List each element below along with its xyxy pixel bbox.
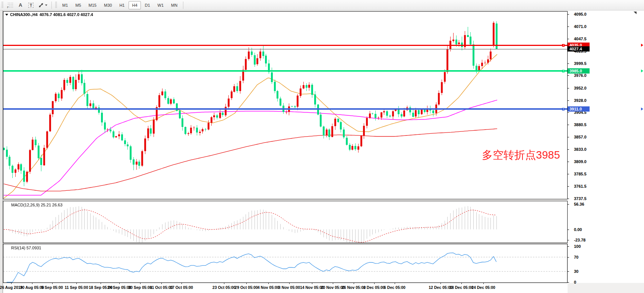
price-tick-label: 4095.0 xyxy=(574,12,587,16)
price-tick xyxy=(568,88,569,88)
price-tick xyxy=(568,27,569,27)
date-tick xyxy=(119,283,120,284)
price-tick-label: 4047.5 xyxy=(574,37,587,41)
price-tick xyxy=(568,14,569,15)
date-label: 17 Oct 05:00 xyxy=(170,285,193,290)
price-tick-label: 3785.5 xyxy=(574,172,587,176)
timeframe-button-h4[interactable]: H4 xyxy=(129,1,141,9)
cursor-tool-icon[interactable] xyxy=(37,1,49,10)
price-tick xyxy=(568,39,569,39)
price-tick xyxy=(568,174,569,174)
rsi-panel[interactable] xyxy=(3,244,568,283)
price-tick xyxy=(568,137,569,137)
date-tick xyxy=(52,283,53,284)
date-tick xyxy=(101,283,101,284)
date-axis[interactable]: 26 Aug 201930 Aug 05:005 Sep 05:0011 Sep… xyxy=(3,283,568,293)
svg-text:F: F xyxy=(7,6,9,8)
price-tick-label: 3737.5 xyxy=(574,196,587,201)
label-tool-icon[interactable]: A xyxy=(16,1,25,10)
macd-tick-label: -23.78 xyxy=(574,238,585,242)
date-tick xyxy=(441,283,441,284)
timeframe-button-m5[interactable]: M5 xyxy=(72,1,84,9)
price-tick xyxy=(568,112,569,113)
chart-shift-marker-icon[interactable] xyxy=(634,12,637,14)
price-tick xyxy=(568,186,569,187)
date-tick xyxy=(224,283,224,284)
level-edge-arrow-icon xyxy=(641,44,643,47)
rsi-label: RSI(14) 57.0931 xyxy=(11,246,41,250)
date-tick xyxy=(395,283,395,284)
price-tick-label: 3976.0 xyxy=(574,73,587,78)
date-tick xyxy=(140,283,141,284)
price-tick-label: 3833.0 xyxy=(574,147,587,152)
date-label: 12 Dec 05:00 xyxy=(429,285,452,290)
grid-f-tool-icon[interactable]: F xyxy=(5,1,15,10)
price-chart-panel[interactable] xyxy=(3,11,568,199)
rsi-tick xyxy=(568,282,569,283)
toolbar-grip[interactable] xyxy=(1,2,3,9)
price-tick xyxy=(568,162,569,162)
symbol-name: CHINA300-,H4 xyxy=(10,12,38,17)
macd-signal-value: 26.63 xyxy=(52,203,63,207)
date-tick xyxy=(76,283,77,284)
price-tick xyxy=(568,75,569,76)
date-label: 30 Aug 05:00 xyxy=(20,285,44,290)
chevron-down-icon xyxy=(45,4,47,6)
date-label: 29 Oct 05:00 xyxy=(235,285,258,290)
date-tick xyxy=(246,283,247,284)
text-tool-icon[interactable]: T xyxy=(26,1,36,10)
date-tick xyxy=(354,283,354,284)
rsi-tick xyxy=(568,246,569,247)
price-badge: 4027.4 xyxy=(568,46,590,52)
date-label: 11 Sep 05:00 xyxy=(64,285,88,290)
date-label: 2 Dec 05:00 xyxy=(363,285,385,290)
macd-label: MACD(12,26,9) 25.21 26.63 xyxy=(11,203,63,207)
rsi-tick-label: 70 xyxy=(574,255,578,259)
timeframe-button-m15[interactable]: M15 xyxy=(85,1,100,9)
timeframe-button-mn[interactable]: MN xyxy=(168,1,181,9)
price-tick xyxy=(568,149,569,150)
symbol-dropdown-icon[interactable] xyxy=(5,14,8,16)
macd-panel[interactable] xyxy=(3,201,568,243)
timeframe-button-m1[interactable]: M1 xyxy=(59,1,71,9)
macd-value: 25.21 xyxy=(41,203,51,207)
timeframe-button-w1[interactable]: W1 xyxy=(154,1,167,9)
timeframe-button-group: M1M5M15M30H1H4D1W1MN xyxy=(59,1,181,9)
date-tick xyxy=(312,283,312,284)
timeframe-button-h1[interactable]: H1 xyxy=(116,1,128,9)
date-label: 6 Dec 05:00 xyxy=(384,285,405,290)
date-tick xyxy=(374,283,375,284)
rsi-tick-label: 30 xyxy=(574,269,578,274)
price-tick-label: 4071.0 xyxy=(574,24,587,29)
price-tick xyxy=(568,63,569,64)
price-axis[interactable]: 4095.04071.04047.54023.53999.53976.03952… xyxy=(568,10,644,283)
timeframe-button-m30[interactable]: M30 xyxy=(101,1,115,9)
date-label: 30 Sep 05:00 xyxy=(128,285,152,290)
ohlc-values: 4076.7 4081.6 4027.0 4027.4 xyxy=(40,12,93,17)
toolbar-separator xyxy=(51,1,52,9)
date-tick xyxy=(268,283,269,284)
toolbar-grip[interactable] xyxy=(55,2,57,9)
date-tick xyxy=(333,283,333,284)
date-label: 23 Oct 05:00 xyxy=(212,285,236,290)
macd-tick xyxy=(568,230,569,230)
price-tick-label: 3761.5 xyxy=(574,184,587,188)
price-badge: 3911.0 xyxy=(568,106,590,112)
toolbar-separator xyxy=(183,1,183,9)
chart-annotation-text[interactable]: 多空转折点3985 xyxy=(482,149,560,161)
macd-name: MACD(12,26,9) xyxy=(11,203,40,207)
level-edge-arrow-icon xyxy=(641,69,643,72)
price-tick xyxy=(568,199,569,199)
date-tick xyxy=(461,283,462,284)
date-label: 5 Sep 05:00 xyxy=(41,285,63,290)
date-tick xyxy=(11,283,12,284)
date-label: 18 Dec 05:00 xyxy=(449,285,473,290)
date-label: 11 Oct 05:00 xyxy=(150,285,173,290)
price-tick-label: 3952.0 xyxy=(574,86,587,90)
macd-tick xyxy=(568,204,569,205)
price-tick xyxy=(568,100,569,101)
window-left-edge xyxy=(0,10,3,293)
date-label: 24 Sep 05:00 xyxy=(107,285,131,290)
macd-tick xyxy=(568,240,569,240)
timeframe-button-d1[interactable]: D1 xyxy=(142,1,154,9)
